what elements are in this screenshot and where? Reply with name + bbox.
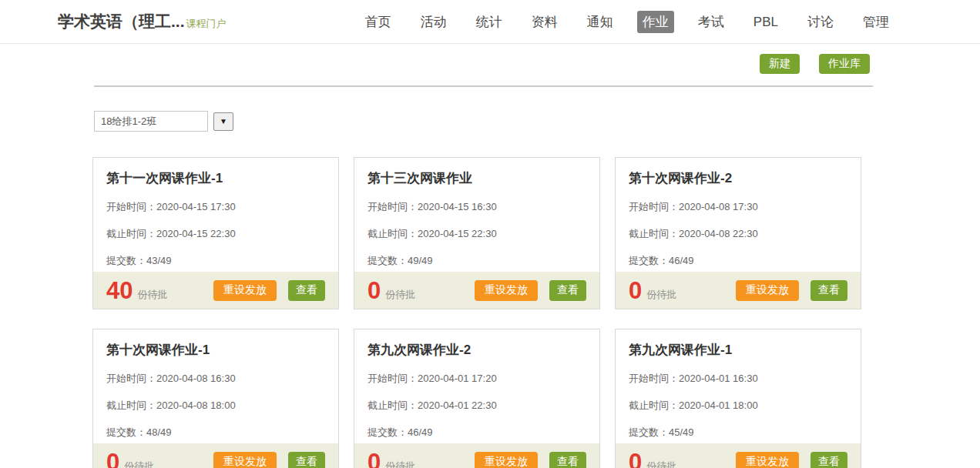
- assignment-card-footer: 0 份待批 重设发放 查看: [354, 443, 599, 468]
- start-time-label: 开始时间：: [368, 373, 418, 384]
- assignment-title: 第十次网课作业-1: [106, 341, 325, 359]
- nav-item-9[interactable]: 讨论: [802, 11, 839, 33]
- nav-item-2[interactable]: 活动: [415, 11, 452, 33]
- end-time-value: 2020-04-01 18:00: [679, 399, 758, 411]
- card-actions: 重设发放 查看: [736, 452, 847, 468]
- assignment-end-time: 截止时间：2020-04-01 18:00: [629, 399, 847, 413]
- start-time-value: 2020-04-01 16:30: [679, 373, 758, 384]
- header: 学术英语（理工...课程门户 首页 活动 统计 资料 通知 作业 考试 PBL …: [0, 0, 980, 44]
- view-button[interactable]: 查看: [288, 452, 325, 468]
- divider: [94, 85, 873, 87]
- assignment-start-time: 开始时间：2020-04-01 16:30: [629, 372, 847, 386]
- start-time-value: 2020-04-15 17:30: [156, 201, 236, 212]
- assignment-card-footer: 0 份待批 重设发放 查看: [93, 443, 338, 468]
- end-time-label: 截止时间：: [106, 228, 156, 239]
- assignment-card: 第十三次网课作业 开始时间：2020-04-15 16:30 截止时间：2020…: [354, 157, 600, 309]
- assignment-title: 第十次网课作业-2: [629, 169, 847, 187]
- course-title: 学术英语（理工...: [58, 12, 185, 30]
- end-time-value: 2020-04-08 18:00: [156, 399, 236, 411]
- view-button[interactable]: 查看: [288, 280, 325, 301]
- submissions-value: 46/49: [669, 255, 694, 266]
- start-time-value: 2020-04-15 16:30: [418, 201, 497, 212]
- assignment-card: 第十次网课作业-1 开始时间：2020-04-08 16:30 截止时间：202…: [92, 329, 339, 468]
- assignment-card-footer: 0 份待批 重设发放 查看: [616, 443, 861, 468]
- pending-suffix-label: 份待批: [646, 288, 676, 302]
- class-select-dropdown-button[interactable]: ▼: [213, 112, 233, 131]
- assignment-card-body: 第九次网课作业-1 开始时间：2020-04-01 16:30 截止时间：202…: [616, 329, 861, 443]
- nav-item-7[interactable]: 考试: [693, 11, 730, 33]
- assignment-card-footer: 0 份待批 重设发放 查看: [354, 272, 599, 309]
- reset-distribute-button[interactable]: 重设发放: [213, 452, 277, 468]
- assignment-end-time: 截止时间：2020-04-15 22:30: [106, 227, 325, 241]
- card-actions: 重设发放 查看: [736, 280, 847, 301]
- assignment-card: 第十次网课作业-2 开始时间：2020-04-08 17:30 截止时间：202…: [615, 157, 861, 309]
- assignment-start-time: 开始时间：2020-04-15 17:30: [106, 200, 325, 214]
- start-time-label: 开始时间：: [629, 201, 679, 212]
- start-time-label: 开始时间：: [368, 201, 418, 212]
- pending-count: 0: [368, 279, 381, 303]
- end-time-value: 2020-04-08 22:30: [679, 228, 758, 239]
- end-time-label: 截止时间：: [106, 399, 156, 411]
- submissions-label: 提交数：: [368, 426, 408, 438]
- assignment-end-time: 截止时间：2020-04-08 18:00: [106, 399, 325, 413]
- class-select-value: 18给排1-2班: [101, 115, 156, 129]
- nav-item-1[interactable]: 首页: [360, 11, 397, 33]
- start-time-value: 2020-04-08 17:30: [679, 201, 758, 212]
- class-filter: 18给排1-2班 ▼: [94, 111, 980, 132]
- card-actions: 重设发放 查看: [475, 280, 586, 301]
- assignment-start-time: 开始时间：2020-04-08 16:30: [106, 372, 325, 386]
- end-time-label: 截止时间：: [629, 399, 679, 411]
- reset-distribute-button[interactable]: 重设发放: [475, 280, 538, 301]
- reset-distribute-button[interactable]: 重设发放: [475, 452, 538, 468]
- assignment-start-time: 开始时间：2020-04-01 17:20: [368, 372, 586, 386]
- assignment-end-time: 截止时间：2020-04-15 22:30: [368, 227, 586, 241]
- assignment-library-button[interactable]: 作业库: [819, 54, 870, 74]
- assignment-submissions: 提交数：46/49: [368, 426, 586, 440]
- submissions-value: 45/49: [669, 426, 694, 438]
- pending-suffix-label: 份待批: [385, 288, 415, 302]
- assignment-card-footer: 0 份待批 重设发放 查看: [616, 272, 861, 309]
- nav-item-6[interactable]: 作业: [637, 11, 674, 33]
- nav-item-3[interactable]: 统计: [471, 11, 508, 33]
- assignment-title: 第十一次网课作业-1: [106, 169, 325, 187]
- end-time-value: 2020-04-15 22:30: [418, 228, 497, 239]
- start-time-label: 开始时间：: [106, 201, 156, 212]
- assignment-submissions: 提交数：49/49: [368, 254, 586, 268]
- page-title: 学术英语（理工...课程门户: [58, 11, 227, 32]
- assignment-start-time: 开始时间：2020-04-08 17:30: [629, 200, 847, 214]
- pending-count: 0: [629, 279, 642, 303]
- nav-item-5[interactable]: 通知: [582, 11, 619, 33]
- assignment-card: 第九次网课作业-2 开始时间：2020-04-01 17:20 截止时间：202…: [354, 329, 600, 468]
- reset-distribute-button[interactable]: 重设发放: [213, 280, 277, 301]
- view-button[interactable]: 查看: [811, 452, 847, 468]
- assignment-card-body: 第十三次网课作业 开始时间：2020-04-15 16:30 截止时间：2020…: [354, 158, 599, 272]
- class-select[interactable]: 18给排1-2班: [94, 111, 208, 132]
- submissions-label: 提交数：: [106, 426, 146, 438]
- end-time-label: 截止时间：: [368, 399, 418, 411]
- chevron-down-icon: ▼: [220, 118, 227, 125]
- assignment-title: 第九次网课作业-2: [368, 341, 586, 359]
- reset-distribute-button[interactable]: 重设发放: [736, 280, 799, 301]
- start-time-value: 2020-04-01 17:20: [418, 373, 497, 384]
- view-button[interactable]: 查看: [549, 280, 586, 301]
- card-actions: 重设发放 查看: [213, 452, 325, 468]
- reset-distribute-button[interactable]: 重设发放: [736, 452, 799, 468]
- assignment-start-time: 开始时间：2020-04-15 16:30: [368, 200, 586, 214]
- nav-item-10[interactable]: 管理: [858, 11, 894, 33]
- course-portal-link[interactable]: 课程门户: [186, 18, 227, 29]
- assignment-end-time: 截止时间：2020-04-08 22:30: [629, 227, 847, 241]
- submissions-label: 提交数：: [629, 426, 669, 438]
- nav-item-8[interactable]: PBL: [748, 12, 784, 32]
- view-button[interactable]: 查看: [549, 452, 586, 468]
- nav-item-4[interactable]: 资料: [526, 11, 563, 33]
- new-assignment-button[interactable]: 新建: [760, 54, 800, 74]
- assignment-card-body: 第十次网课作业-2 开始时间：2020-04-08 17:30 截止时间：202…: [616, 158, 861, 272]
- main-nav: 首页 活动 统计 资料 通知 作业 考试 PBL 讨论 管理: [360, 0, 894, 44]
- assignment-grid: 第十一次网课作业-1 开始时间：2020-04-15 17:30 截止时间：20…: [92, 157, 861, 468]
- submissions-value: 43/49: [146, 255, 172, 266]
- pending-count: 40: [106, 279, 133, 303]
- assignment-title: 第九次网课作业-1: [629, 341, 847, 359]
- submissions-value: 48/49: [146, 426, 172, 438]
- view-button[interactable]: 查看: [811, 280, 847, 301]
- submissions-value: 46/49: [408, 426, 433, 438]
